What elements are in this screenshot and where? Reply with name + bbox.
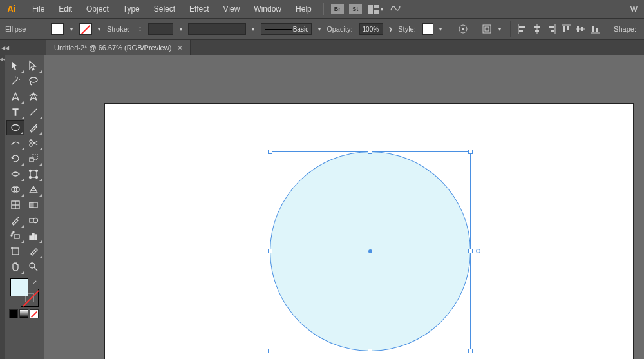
gpu-preview-icon[interactable] <box>390 4 401 14</box>
zoom-tool[interactable] <box>24 259 43 275</box>
fill-dropdown-icon[interactable]: ▾ <box>68 23 75 35</box>
brush-definition[interactable]: Basic <box>261 23 312 35</box>
bridge-icon[interactable]: Br <box>331 4 344 14</box>
resize-handle-r[interactable] <box>468 249 473 253</box>
menu-type[interactable]: Type <box>117 2 146 16</box>
draw-modes <box>6 309 39 318</box>
brush-dropdown-icon[interactable]: ▾ <box>316 23 323 35</box>
align-to-selection-icon[interactable] <box>482 23 493 35</box>
column-graph-tool[interactable] <box>24 228 43 244</box>
fill-stroke-indicator[interactable]: ⤢ <box>10 278 39 307</box>
slice-tool[interactable] <box>24 244 43 259</box>
menu-help[interactable]: Help <box>289 2 318 16</box>
pencil-tool[interactable] <box>6 135 24 151</box>
canvas-area[interactable] <box>44 55 644 359</box>
blend-tool[interactable] <box>24 213 43 228</box>
line-segment-tool[interactable] <box>24 104 43 120</box>
stroke-dropdown-icon[interactable]: ▾ <box>96 23 103 35</box>
artboard-tool[interactable] <box>6 244 24 259</box>
resize-handle-br[interactable] <box>468 349 473 353</box>
align-top-icon[interactable] <box>560 23 571 35</box>
color-mode-gradient[interactable] <box>19 309 28 318</box>
resize-handle-b[interactable] <box>368 349 372 353</box>
recolor-artwork-icon[interactable] <box>458 23 469 35</box>
stroke-label: Stroke: <box>107 25 132 33</box>
menu-object[interactable]: Object <box>80 2 115 16</box>
color-mode-none[interactable] <box>30 309 39 318</box>
free-transform-tool[interactable] <box>24 166 43 182</box>
menu-window[interactable]: Window <box>247 2 288 16</box>
type-tool[interactable]: T <box>6 104 24 120</box>
style-dropdown-icon[interactable]: ▾ <box>437 23 444 35</box>
stroke-weight-dropdown-icon[interactable]: ▾ <box>177 23 184 35</box>
width-tool[interactable] <box>6 166 24 182</box>
workspace-truncated[interactable]: W <box>630 5 640 14</box>
lasso-tool[interactable] <box>24 73 43 89</box>
magic-wand-tool[interactable] <box>6 73 24 89</box>
scissors-tool[interactable] <box>24 135 43 151</box>
center-point-icon <box>368 249 372 253</box>
svg-rect-47 <box>14 235 19 238</box>
menu-view[interactable]: View <box>217 2 247 16</box>
menu-edit[interactable]: Edit <box>52 2 79 16</box>
fill-color-box[interactable] <box>10 278 28 296</box>
toolbox-collapse-icon[interactable]: ◀◀ <box>0 55 5 359</box>
pen-tool[interactable] <box>6 89 24 104</box>
ellipse-tool[interactable] <box>6 120 24 135</box>
resize-handle-tl[interactable] <box>268 150 272 154</box>
align-to-dropdown-icon[interactable]: ▾ <box>497 23 504 35</box>
rotate-tool[interactable] <box>6 151 24 166</box>
align-vcenter-icon[interactable] <box>575 23 586 35</box>
panel-collapse-icon[interactable]: ◀◀ <box>0 40 10 55</box>
svg-rect-44 <box>30 202 33 208</box>
close-icon[interactable]: × <box>178 44 182 52</box>
stroke-swatch[interactable] <box>79 23 92 35</box>
menu-select[interactable]: Select <box>147 2 182 16</box>
opacity-field[interactable]: 100% <box>359 23 384 35</box>
shape-builder-tool[interactable] <box>6 182 24 197</box>
scale-tool[interactable] <box>24 151 43 166</box>
eyedropper-tool[interactable] <box>6 213 24 228</box>
paintbrush-tool[interactable] <box>24 120 43 135</box>
menu-effect[interactable]: Effect <box>183 2 215 16</box>
align-bottom-icon[interactable] <box>590 23 601 35</box>
variable-width-profile[interactable] <box>188 23 245 35</box>
arrange-documents-icon[interactable]: ▾ <box>368 5 383 14</box>
hand-tool[interactable] <box>6 259 24 275</box>
mesh-tool[interactable] <box>6 197 24 213</box>
resize-handle-t[interactable] <box>368 150 372 154</box>
direct-selection-tool[interactable] <box>24 58 43 73</box>
align-right-icon[interactable] <box>546 23 557 35</box>
resize-handle-tr[interactable] <box>468 150 473 154</box>
svg-text:T: T <box>13 107 19 117</box>
selection-tool[interactable] <box>6 58 24 73</box>
svg-point-48 <box>12 233 13 234</box>
gradient-tool[interactable] <box>24 197 43 213</box>
separator <box>323 3 324 15</box>
color-mode-solid[interactable] <box>9 309 18 318</box>
selection-bounding-box[interactable] <box>270 151 471 351</box>
resize-handle-l[interactable] <box>268 249 272 253</box>
fill-swatch[interactable] <box>51 23 64 35</box>
svg-rect-51 <box>30 236 32 240</box>
shape-section-label: Shape: <box>614 25 639 33</box>
variable-width-dropdown-icon[interactable]: ▾ <box>250 23 257 35</box>
stroke-weight-field[interactable] <box>148 23 174 35</box>
graphic-style-swatch[interactable] <box>422 23 433 35</box>
opacity-dropdown-icon[interactable]: ❯ <box>387 23 394 35</box>
swap-fill-stroke-icon[interactable]: ⤢ <box>31 278 39 286</box>
resize-handle-bl[interactable] <box>268 349 272 353</box>
menu-file[interactable]: File <box>26 2 51 16</box>
align-hcenter-icon[interactable] <box>531 23 542 35</box>
perspective-grid-tool[interactable] <box>24 182 43 197</box>
stroke-weight-stepper[interactable]: ▴▾ <box>136 23 144 35</box>
align-left-icon[interactable] <box>517 23 528 35</box>
svg-point-36 <box>30 177 32 179</box>
svg-point-35 <box>36 170 38 172</box>
pie-widget-icon[interactable] <box>476 249 480 253</box>
stock-icon[interactable]: St <box>349 4 362 14</box>
document-tab[interactable]: Untitled-2* @ 66.67% (RGB/Preview) × <box>46 40 191 55</box>
curvature-tool[interactable] <box>24 89 43 104</box>
svg-point-30 <box>30 140 32 142</box>
symbol-sprayer-tool[interactable] <box>6 228 24 244</box>
